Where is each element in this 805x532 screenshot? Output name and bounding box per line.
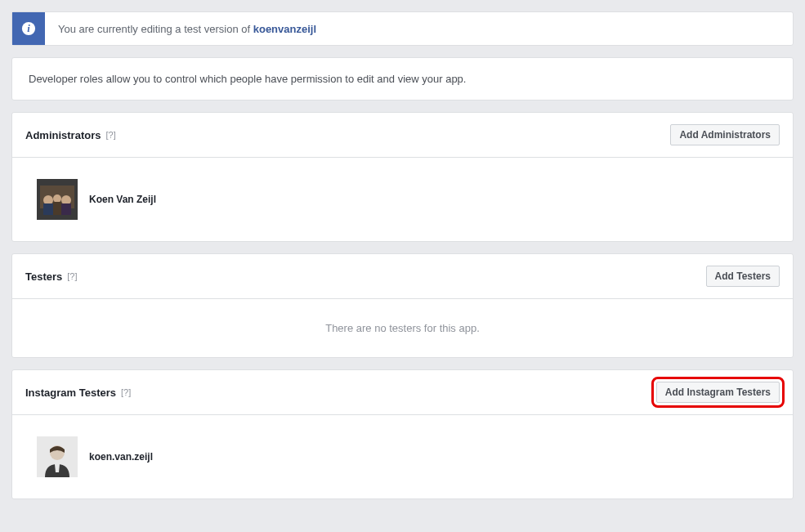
add-testers-button[interactable]: Add Testers bbox=[706, 266, 780, 287]
help-icon[interactable]: [?] bbox=[67, 271, 77, 281]
section-title: Instagram Testers [?] bbox=[25, 387, 131, 399]
section-title: Testers [?] bbox=[25, 270, 78, 283]
add-instagram-testers-button[interactable]: Add Instagram Testers bbox=[656, 382, 780, 403]
administrators-section: Administrators [?] Add Administrators Ko… bbox=[11, 112, 794, 242]
user-name: koen.van.zeijl bbox=[89, 451, 153, 463]
avatar bbox=[37, 179, 78, 220]
svg-rect-5 bbox=[43, 203, 53, 215]
info-icon: i bbox=[12, 12, 45, 45]
help-icon[interactable]: [?] bbox=[105, 130, 115, 140]
user-name: Koen Van Zeijl bbox=[89, 194, 156, 205]
banner-text: You are currently editing a test version… bbox=[45, 23, 329, 35]
roles-description: Developer roles allow you to control whi… bbox=[11, 57, 794, 101]
section-body: koen.van.zeijl bbox=[12, 415, 793, 498]
svg-rect-9 bbox=[61, 203, 71, 215]
app-name-link[interactable]: koenvanzeijl bbox=[253, 23, 316, 35]
section-header: Testers [?] Add Testers bbox=[12, 254, 793, 299]
section-title: Administrators [?] bbox=[25, 129, 116, 141]
add-administrators-button[interactable]: Add Administrators bbox=[670, 124, 780, 145]
user-row: koen.van.zeijl bbox=[37, 436, 768, 477]
section-header: Administrators [?] Add Administrators bbox=[12, 113, 793, 158]
svg-point-6 bbox=[53, 194, 61, 203]
instagram-testers-section: Instagram Testers [?] Add Instagram Test… bbox=[11, 369, 794, 499]
test-version-banner: i You are currently editing a test versi… bbox=[11, 11, 794, 46]
avatar bbox=[37, 436, 78, 477]
svg-rect-7 bbox=[53, 202, 61, 215]
section-body: Koen Van Zeijl bbox=[12, 158, 793, 241]
testers-section: Testers [?] Add Testers There are no tes… bbox=[11, 253, 794, 358]
section-header: Instagram Testers [?] Add Instagram Test… bbox=[12, 370, 793, 415]
user-row: Koen Van Zeijl bbox=[37, 179, 768, 220]
testers-empty-state: There are no testers for this app. bbox=[12, 299, 793, 357]
svg-text:i: i bbox=[27, 23, 30, 34]
help-icon[interactable]: [?] bbox=[121, 387, 131, 397]
